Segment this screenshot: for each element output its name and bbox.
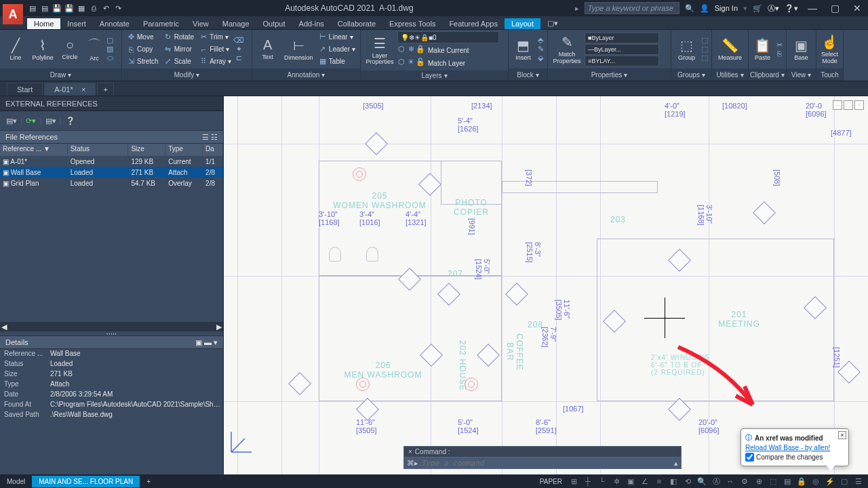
- model-tab[interactable]: Model: [0, 476, 32, 487]
- lwt-icon[interactable]: ≡: [652, 475, 666, 487]
- vp-min-icon[interactable]: —: [833, 100, 842, 110]
- insert-button[interactable]: ⬒Insert: [511, 32, 535, 67]
- tab-collaborate[interactable]: Collaborate: [331, 18, 382, 29]
- match-properties-button[interactable]: ✎Match Properties: [551, 32, 583, 67]
- measure-button[interactable]: 📏Measure: [715, 32, 745, 67]
- workspace-icon[interactable]: ⚙: [738, 475, 751, 487]
- col-status[interactable]: Status: [68, 144, 129, 156]
- quickprops-icon[interactable]: ▤: [781, 475, 794, 487]
- table-row[interactable]: ▣ Grid Plan Loaded 54.7 KB Overlay 2/8: [0, 178, 223, 188]
- scale-button[interactable]: ⤢Scale: [162, 56, 196, 67]
- filetab-start[interactable]: Start: [7, 83, 43, 96]
- qat-print-icon[interactable]: ⎙: [88, 3, 99, 14]
- exchange-icon[interactable]: 🛒: [753, 4, 762, 13]
- rotate-button[interactable]: ↻Rotate: [162, 31, 196, 43]
- tab-output[interactable]: Output: [256, 18, 292, 29]
- annovisibility-icon[interactable]: Ⓐ: [709, 475, 723, 487]
- rect-icon[interactable]: ▢: [106, 37, 114, 45]
- cut-icon[interactable]: ✂: [775, 41, 783, 49]
- tab-extra[interactable]: ▢▾: [540, 18, 565, 29]
- cycling-icon[interactable]: ⟲: [681, 475, 694, 487]
- close-file-icon[interactable]: ×: [81, 85, 85, 94]
- make-current-button[interactable]: Make Current: [426, 45, 471, 56]
- polar-icon[interactable]: ✲: [610, 475, 623, 487]
- ellipse-icon[interactable]: ⬭: [106, 54, 114, 62]
- tab-expresstools[interactable]: Express Tools: [382, 18, 442, 29]
- attr-icon[interactable]: ⬙: [536, 54, 545, 62]
- qat-undo-icon[interactable]: ↶: [100, 3, 111, 14]
- lineweight-combo[interactable]: — ByLayer...: [585, 44, 659, 55]
- polyline-button[interactable]: ⌇Polyline: [30, 32, 56, 67]
- linear-button[interactable]: ⊢Linear ▾: [317, 31, 357, 43]
- refresh-icon[interactable]: ⟳▾: [25, 115, 37, 127]
- linetype-combo[interactable]: ≡ BYLAY...: [585, 56, 659, 66]
- col-name[interactable]: Reference ... ▼: [0, 144, 68, 156]
- autoscale-icon[interactable]: ↔: [724, 475, 737, 487]
- copy-clip-icon[interactable]: ⎘: [775, 49, 783, 58]
- leader-button[interactable]: ↗Leader ▾: [317, 43, 357, 55]
- annotation-monitor-icon[interactable]: ⊕: [752, 475, 766, 487]
- minimize-button[interactable]: —: [804, 3, 821, 14]
- layer-thaw-icon[interactable]: ☀: [407, 58, 415, 66]
- qat-redo-icon[interactable]: ↷: [113, 3, 123, 14]
- grid-toggle-icon[interactable]: ⊞: [567, 475, 580, 487]
- layer-properties-button[interactable]: ☰Layer Properties: [363, 33, 396, 68]
- array-button[interactable]: ⠿Array ▾: [197, 56, 233, 67]
- tab-annotate[interactable]: Annotate: [93, 18, 136, 29]
- units-icon[interactable]: ⬚: [766, 475, 780, 487]
- edit-block-icon[interactable]: ✎: [536, 45, 545, 54]
- tab-addins[interactable]: Add-ins: [292, 18, 331, 29]
- col-type[interactable]: Type: [165, 144, 203, 156]
- fillet-button[interactable]: ⌐Fillet ▾: [197, 43, 233, 55]
- close-button[interactable]: ✕: [849, 3, 865, 14]
- isolate-icon[interactable]: ◎: [809, 475, 823, 487]
- ortho-icon[interactable]: └: [595, 475, 609, 487]
- table-button[interactable]: ▦Table: [317, 56, 357, 67]
- layer-lock-icon[interactable]: 🔒: [416, 45, 425, 53]
- table-row[interactable]: ▣ A-01* Opened 129 KB Current 1/1: [0, 156, 223, 167]
- signin-link[interactable]: Sign In: [715, 4, 738, 12]
- group-sel-icon[interactable]: ⬚: [701, 54, 709, 62]
- circle-button[interactable]: ○Circle: [57, 32, 83, 67]
- hatch-icon[interactable]: ▨: [106, 45, 114, 54]
- qat-saveas-icon[interactable]: 💾: [64, 3, 75, 14]
- color-combo[interactable]: ■ ByLayer: [585, 33, 659, 43]
- create-block-icon[interactable]: ⬘: [536, 37, 545, 45]
- qat-open-icon[interactable]: ▤: [39, 3, 50, 14]
- paper-label[interactable]: PAPER: [536, 478, 566, 485]
- qat-plot-icon[interactable]: ▦: [76, 3, 87, 14]
- copy-button[interactable]: ⎘Copy: [125, 43, 161, 55]
- group-button[interactable]: ⬚Group: [674, 32, 699, 67]
- layout-tab-1[interactable]: MAIN AND SE... FLOOR PLAN: [32, 476, 140, 487]
- select-mode-button[interactable]: ☝Select Mode: [819, 32, 840, 67]
- search-icon[interactable]: 🔍: [685, 4, 694, 13]
- maximize-button[interactable]: ▢: [827, 3, 844, 14]
- layer-freeze-icon[interactable]: ❄: [407, 45, 415, 53]
- otrack-icon[interactable]: ∠: [638, 475, 652, 487]
- hardware-icon[interactable]: ⚡: [823, 475, 837, 487]
- tab-featuredapps[interactable]: Featured Apps: [442, 18, 505, 29]
- annoscale-icon[interactable]: 🔍: [695, 475, 709, 487]
- paste-button[interactable]: 📋Paste: [751, 32, 774, 67]
- base-button[interactable]: ▣Base: [789, 32, 813, 67]
- help-icon[interactable]: ❔▾: [785, 4, 798, 13]
- tab-home[interactable]: Home: [27, 18, 60, 29]
- layer-unlock-icon[interactable]: 🔓: [416, 58, 425, 66]
- dimension-button[interactable]: ⊢Dimension: [282, 32, 315, 67]
- help-xref-icon[interactable]: ❔: [64, 115, 77, 127]
- command-input[interactable]: [421, 459, 674, 468]
- match-layer-button[interactable]: Match Layer: [426, 58, 467, 69]
- tab-manage[interactable]: Manage: [216, 18, 256, 29]
- attach-dwg-icon[interactable]: ▤▾: [5, 115, 18, 127]
- qat-save-icon[interactable]: 💾: [52, 3, 62, 14]
- stretch-button[interactable]: ⇲Stretch: [125, 56, 161, 67]
- drawing-canvas[interactable]: [3505] [2134] 5'-4"[1626] 4'-0"[1219] [1…: [224, 96, 868, 474]
- layer-combo[interactable]: 💡❄☀🔒■ 0: [397, 31, 499, 43]
- customize-status-icon[interactable]: ☰: [852, 475, 865, 487]
- text-button[interactable]: AText: [255, 32, 281, 67]
- details-view-icon[interactable]: ▣ ▬ ▾: [195, 338, 218, 347]
- layout-add[interactable]: +: [140, 476, 157, 487]
- layer-off-icon[interactable]: ⬡: [397, 45, 406, 53]
- change-path-icon[interactable]: ▤▾: [45, 115, 57, 127]
- cmd-close-icon[interactable]: ×: [408, 448, 412, 455]
